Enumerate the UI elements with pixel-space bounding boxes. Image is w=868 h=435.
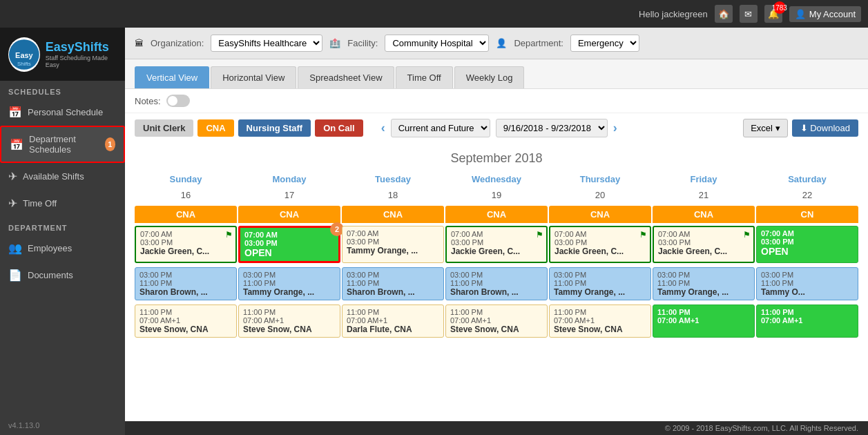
facility-label: Facility: [347, 38, 378, 48]
shift-end: 11:00 PM [554, 279, 646, 287]
shift-card-fri-1[interactable]: 07:00 AM 03:00 PM Jackie Green, C... ⚑ [653, 226, 755, 263]
date-17: 17 [238, 188, 340, 202]
tab-time-off[interactable]: Time Off [396, 66, 453, 88]
shift-end: 11:00 PM [450, 279, 543, 287]
nursing-staff-button[interactable]: Nursing Staff [238, 119, 311, 137]
org-select[interactable]: EasyShifts Healthcare [211, 35, 322, 52]
shift-end: 03:00 PM [244, 239, 334, 247]
shift-card-mon-3[interactable]: 11:00 PM 07:00 AM+1 Steve Snow, CNA [238, 304, 340, 338]
sidebar-item-employees[interactable]: 👥 Employees [0, 235, 125, 262]
prev-week-button[interactable]: ‹ [381, 121, 385, 135]
shift-card-mon-1[interactable]: 07:00 AM 03:00 PM OPEN 2 [238, 226, 340, 263]
sidebar-item-documents[interactable]: 📄 Documents [0, 262, 125, 289]
oncall-button[interactable]: On Call [315, 119, 363, 137]
cna-header-tue: CNA [342, 206, 444, 223]
sidebar-item-label: Time Off [23, 198, 57, 209]
date-16: 16 [135, 188, 237, 202]
tab-spreadsheet-view[interactable]: Spreadsheet View [298, 66, 394, 88]
shift-person: Tammy Orange, ... [554, 287, 646, 297]
excel-button[interactable]: Excel ▾ [743, 119, 787, 137]
shift-person: Tammy O... [761, 287, 853, 297]
shift-card-wed-3[interactable]: 11:00 PM 07:00 AM+1 Steve Snow, CNA [445, 304, 548, 338]
my-account-button[interactable]: 👤 My Account [789, 6, 861, 22]
tab-weekly-log[interactable]: Weekly Log [454, 66, 525, 88]
shift-end: 03:00 PM [554, 238, 646, 246]
sidebar-item-personal-schedule[interactable]: 📅 Personal Schedule [0, 99, 125, 126]
notifications-icon[interactable]: 🔔 1783 [764, 5, 782, 23]
shift-card-sun-2[interactable]: 03:00 PM 11:00 PM Sharon Brown, ... [135, 267, 237, 300]
shift-person: Sharon Brown, ... [450, 287, 543, 297]
shift-end: 07:00 AM+1 [347, 316, 439, 325]
shift-card-sun-1[interactable]: 07:00 AM 03:00 PM Jackie Green, C... ⚑ [135, 226, 237, 263]
download-button[interactable]: ⬇ Download [792, 119, 858, 137]
shift-start: 07:00 AM [658, 230, 749, 238]
shift-card-tue-3[interactable]: 11:00 PM 07:00 AM+1 Darla Flute, CNA [342, 304, 444, 338]
account-label: My Account [809, 9, 856, 19]
logo-name: EasyShifts [46, 40, 117, 55]
range-select[interactable]: Current and Future [391, 119, 490, 137]
plane-icon: ✈ [8, 170, 17, 183]
unit-clerk-button[interactable]: Unit Clerk [135, 119, 193, 137]
shift-start: 11:00 PM [657, 308, 750, 316]
shift-end: 11:00 PM [657, 279, 750, 287]
cna-header-mon: CNA [238, 206, 340, 223]
calendar-dept-icon: 📅 [10, 138, 23, 151]
sidebar-item-label: Department Schedules [29, 134, 99, 155]
green-flag-icon: ⚑ [639, 230, 647, 240]
greeting: Hello jackiegreen [639, 9, 708, 19]
shift-person: Jackie Green, C... [451, 246, 542, 256]
shift-card-tue-1[interactable]: 07:00 AM 03:00 PM Tammy Orange, ... [342, 226, 444, 263]
shift-card-tue-2[interactable]: 03:00 PM 11:00 PM Sharon Brown, ... [342, 267, 444, 300]
account-icon: 👤 [795, 9, 806, 19]
date-19: 19 [445, 188, 548, 202]
shift-card-thu-1[interactable]: 07:00 AM 03:00 PM Jackie Green, C... ⚑ [549, 226, 651, 263]
date-22: 22 [756, 188, 858, 202]
cna-header-sun: CNA [135, 206, 237, 223]
dept-select[interactable]: Emergency [570, 35, 639, 52]
dept-icon: 👤 [496, 38, 507, 48]
shift-person: Steve Snow, CNA [139, 325, 232, 334]
shift-start: 03:00 PM [450, 271, 543, 279]
shift-end: 03:00 PM [347, 238, 439, 246]
date-range-select[interactable]: 9/16/2018 - 9/23/2018 [496, 119, 608, 137]
cna-header-fri: CNA [653, 206, 755, 223]
shift-person: Sharon Brown, ... [347, 287, 439, 297]
sidebar-item-department-schedules[interactable]: 📅 Department Schedules 1 [0, 126, 125, 163]
version-label: v4.1.13.0 [8, 421, 39, 429]
green-flag-icon: ⚑ [225, 230, 233, 240]
next-week-button[interactable]: › [613, 121, 617, 135]
tab-bar: Vertical View Horizontal View Spreadshee… [125, 59, 868, 89]
calendar-grid: Sunday Monday Tuesday Wednesday Thursday… [135, 171, 858, 339]
mail-icon[interactable]: ✉ [740, 5, 758, 23]
shift-card-sat-2[interactable]: 03:00 PM 11:00 PM Tammy O... [756, 267, 858, 300]
sidebar-item-available-shifts[interactable]: ✈ Available Shifts [0, 163, 125, 190]
shift-start: 11:00 PM [139, 308, 232, 316]
shift-card-fri-2[interactable]: 03:00 PM 11:00 PM Tammy Orange, ... [653, 267, 755, 300]
shift-card-sat-1[interactable]: 07:00 AM 03:00 PM OPEN [756, 226, 858, 263]
date-navigation: ‹ Current and Future 9/16/2018 - 9/23/20… [381, 119, 617, 137]
tab-vertical-view[interactable]: Vertical View [135, 66, 209, 88]
shift-card-wed-1[interactable]: 07:00 AM 03:00 PM Jackie Green, C... ⚑ [445, 226, 548, 263]
shift-card-fri-3[interactable]: 11:00 PM 07:00 AM+1 [653, 304, 755, 338]
home-icon[interactable]: 🏠 [715, 5, 733, 23]
shift-card-sun-3[interactable]: 11:00 PM 07:00 AM+1 Steve Snow, CNA [135, 304, 237, 338]
shift-card-wed-2[interactable]: 03:00 PM 11:00 PM Sharon Brown, ... [445, 267, 548, 300]
shift-end: 07:00 AM+1 [554, 316, 646, 325]
shift-card-mon-2[interactable]: 03:00 PM 11:00 PM Tammy Orange, ... [238, 267, 340, 300]
sidebar-item-label: Documents [28, 270, 73, 280]
sidebar-logo: Easy Shifts EasyShifts Staff Scheduling … [0, 28, 125, 81]
shift-end: 07:00 AM+1 [761, 316, 853, 325]
dept-label: Department: [514, 38, 563, 48]
tab-horizontal-view[interactable]: Horizontal View [211, 66, 296, 88]
cna-button[interactable]: CNA [197, 119, 233, 137]
shift-card-sat-3[interactable]: 11:00 PM 07:00 AM+1 [756, 304, 858, 338]
notes-toolbar: Notes: [125, 89, 868, 113]
shift-card-thu-2[interactable]: 03:00 PM 11:00 PM Tammy Orange, ... [549, 267, 651, 300]
facility-icon: 🏥 [329, 38, 340, 48]
sidebar-item-time-off[interactable]: ✈ Time Off [0, 190, 125, 217]
notes-toggle[interactable] [166, 95, 190, 107]
facility-select[interactable]: Community Hospital [385, 35, 489, 52]
calendar: September 2018 Sunday Monday Tuesday Wed… [125, 143, 868, 421]
documents-icon: 📄 [8, 269, 22, 282]
shift-card-thu-3[interactable]: 11:00 PM 07:00 AM+1 Steve Snow, CNA [549, 304, 651, 338]
